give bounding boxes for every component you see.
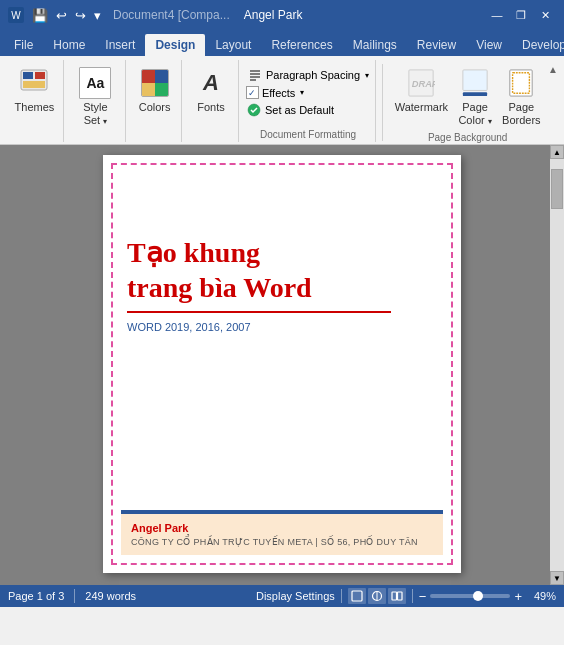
svg-rect-15 <box>352 591 362 601</box>
paragraph-spacing-icon <box>247 67 263 83</box>
restore-button[interactable]: ❐ <box>510 4 532 26</box>
doc-formatting-label: Document Formatting <box>260 129 356 142</box>
formatting-options: Paragraph Spacing ▾ ✓ Effects ▾ <box>243 64 373 119</box>
title-bar-left: W 💾 ↩ ↪ ▾ Document4 [Compa... Angel Park <box>8 6 302 25</box>
themes-icon <box>18 67 50 99</box>
svg-text:DRAFT: DRAFT <box>412 79 435 89</box>
title-bar: W 💾 ↩ ↪ ▾ Document4 [Compa... Angel Park… <box>0 0 564 30</box>
page-title: Tạo khung trang bìa Word <box>127 235 437 305</box>
page-bottom-area: Angel Park CÔNG TY CỔ PHẦN TRỰC TUYẾN ME… <box>121 510 443 555</box>
effects-arrow: ▾ <box>300 88 304 97</box>
ribbon-content: Themes Aa StyleSet ▾ <box>0 56 564 145</box>
tab-mailings[interactable]: Mailings <box>343 34 407 56</box>
scroll-up-button[interactable]: ▲ <box>550 145 564 159</box>
tab-view[interactable]: View <box>466 34 512 56</box>
document-area: Tạo khung trang bìa Word WORD 2019, 2016… <box>0 145 564 585</box>
tab-design[interactable]: Design <box>145 34 205 56</box>
page-bg-group-content: DRAFT Watermark PageColor ▾ <box>391 60 545 130</box>
tab-insert[interactable]: Insert <box>95 34 145 56</box>
zoom-plus[interactable]: + <box>514 589 522 604</box>
themes-button[interactable]: Themes <box>11 64 59 117</box>
zoom-minus[interactable]: − <box>419 589 427 604</box>
tab-file[interactable]: File <box>4 34 43 56</box>
vertical-scrollbar[interactable]: ▲ ▼ <box>550 145 564 585</box>
window-controls: — ❐ ✕ <box>486 4 556 26</box>
view-read-button[interactable] <box>388 588 406 604</box>
watermark-button[interactable]: DRAFT Watermark <box>391 64 452 117</box>
zoom-track[interactable] <box>430 594 510 598</box>
title-underline <box>127 311 391 313</box>
themes-group: Themes <box>6 60 64 142</box>
tab-developer[interactable]: Developer <box>512 34 564 56</box>
style-set-content: Aa StyleSet ▾ <box>73 60 117 138</box>
paragraph-spacing-label: Paragraph Spacing <box>266 69 360 81</box>
page-bg-group: DRAFT Watermark PageColor ▾ <box>389 60 546 142</box>
style-set-button[interactable]: Aa StyleSet ▾ <box>73 64 117 130</box>
page-borders-label: PageBorders <box>502 101 541 127</box>
page-top-space <box>127 175 437 235</box>
zoom-slider[interactable]: − + <box>419 589 522 604</box>
fonts-group: A Fonts <box>184 60 238 142</box>
ribbon: File Home Insert Design Layout Reference… <box>0 30 564 145</box>
quick-access-toolbar: 💾 ↩ ↪ ▾ <box>30 6 103 25</box>
minimize-button[interactable]: — <box>486 4 508 26</box>
footer-box: Angel Park CÔNG TY CỔ PHẦN TRỰC TUYẾN ME… <box>121 514 443 555</box>
themes-group-content: Themes <box>11 60 59 138</box>
watermark-label: Watermark <box>395 101 448 114</box>
save-icon[interactable]: 💾 <box>30 6 50 25</box>
style-set-group: Aa StyleSet ▾ <box>66 60 126 142</box>
ribbon-separator <box>382 64 383 141</box>
status-divider-1 <box>74 589 75 603</box>
colors-group: Colors <box>128 60 182 142</box>
svg-rect-11 <box>463 70 487 91</box>
svg-rect-12 <box>463 92 487 96</box>
fonts-group-content: A Fonts <box>189 60 233 138</box>
page-subtitle: WORD 2019, 2016, 2007 <box>127 321 437 333</box>
colors-button[interactable]: Colors <box>133 64 177 117</box>
ribbon-tabs: File Home Insert Design Layout Reference… <box>0 30 564 56</box>
colors-icon <box>139 67 171 99</box>
tab-home[interactable]: Home <box>43 34 95 56</box>
scroll-track[interactable] <box>550 159 564 571</box>
view-web-button[interactable] <box>368 588 386 604</box>
page-borders-button[interactable]: PageBorders <box>498 64 545 130</box>
style-set-label: StyleSet ▾ <box>83 101 107 127</box>
zoom-level: 49% <box>528 590 556 602</box>
style-set-icon: Aa <box>79 67 111 99</box>
scroll-down-button[interactable]: ▼ <box>550 571 564 585</box>
footer-company: CÔNG TY CỔ PHẦN TRỰC TUYẾN META | SỐ 56,… <box>131 537 433 547</box>
close-button[interactable]: ✕ <box>534 4 556 26</box>
page-info: Page 1 of 3 <box>8 590 64 602</box>
tab-references[interactable]: References <box>261 34 342 56</box>
page-color-icon <box>459 67 491 99</box>
display-settings[interactable]: Display Settings <box>256 590 335 602</box>
fonts-button[interactable]: A Fonts <box>189 64 233 117</box>
status-divider-3 <box>412 589 413 603</box>
tab-review[interactable]: Review <box>407 34 466 56</box>
zoom-thumb[interactable] <box>473 591 483 601</box>
page-color-label: PageColor ▾ <box>458 101 491 127</box>
page-color-button[interactable]: PageColor ▾ <box>454 64 496 130</box>
undo-icon[interactable]: ↩ <box>54 6 69 25</box>
paragraph-spacing-button[interactable]: Paragraph Spacing ▾ <box>243 66 373 84</box>
paragraph-spacing-arrow: ▾ <box>365 71 369 80</box>
effects-checkbox: ✓ <box>246 86 259 99</box>
ribbon-collapse[interactable]: ▲ <box>548 60 558 75</box>
formatting-group-content: Paragraph Spacing ▾ ✓ Effects ▾ <box>243 60 373 127</box>
tab-layout[interactable]: Layout <box>205 34 261 56</box>
svg-rect-2 <box>35 72 45 79</box>
set-default-label: Set as Default <box>265 104 334 116</box>
svg-rect-18 <box>392 592 397 600</box>
view-print-button[interactable] <box>348 588 366 604</box>
customize-qa-icon[interactable]: ▾ <box>92 6 103 25</box>
effects-button[interactable]: ✓ Effects ▾ <box>243 85 373 100</box>
app-icon: W <box>8 7 24 23</box>
set-default-icon <box>246 102 262 118</box>
status-divider-2 <box>341 589 342 603</box>
set-default-button[interactable]: Set as Default <box>243 101 373 119</box>
scroll-thumb[interactable] <box>551 169 563 209</box>
word-count: 249 words <box>85 590 136 602</box>
svg-rect-1 <box>23 72 33 79</box>
effects-label: Effects <box>262 87 295 99</box>
redo-icon[interactable]: ↪ <box>73 6 88 25</box>
